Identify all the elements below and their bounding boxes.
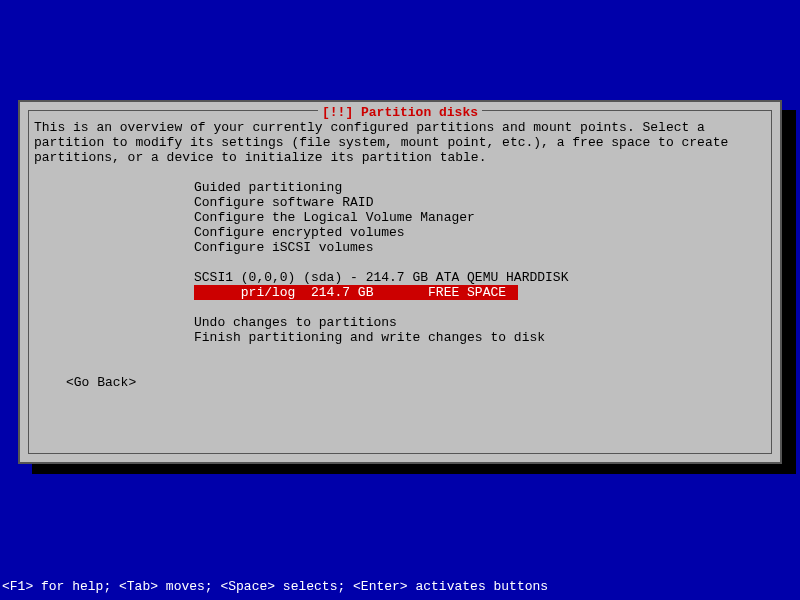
footer-help: <F1> for help; <Tab> moves; <Space> sele… xyxy=(2,579,548,594)
dialog-title: [!!] Partition disks xyxy=(318,105,482,120)
dialog-border xyxy=(28,110,772,454)
dialog-title-wrap: [!!] Partition disks xyxy=(20,105,780,120)
partition-dialog: [!!] Partition disks This is an overview… xyxy=(18,100,782,464)
